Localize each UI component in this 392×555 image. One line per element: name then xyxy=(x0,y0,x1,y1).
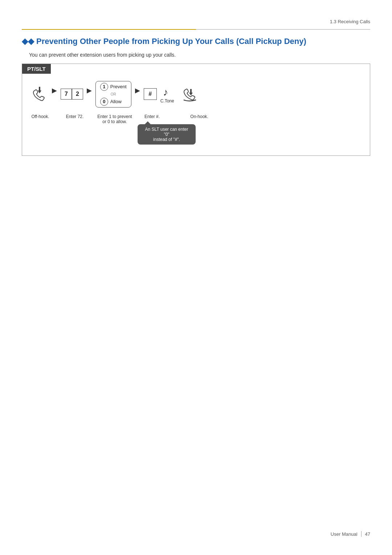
ctone-icon: ♪ xyxy=(161,85,174,98)
step-option: 1 Prevent OR 0 Allow xyxy=(95,81,131,108)
option-group: 1 Prevent OR 0 Allow xyxy=(95,81,131,108)
ctone-label: C.Tone xyxy=(160,98,174,104)
step-onhook xyxy=(181,85,200,104)
option-1-row: 1 Prevent xyxy=(100,83,127,91)
label-onhook: On-hook. xyxy=(188,114,210,119)
section-header: 1.3 Receiving Calls xyxy=(330,19,370,24)
title-text: Preventing Other People from Picking Up … xyxy=(34,37,306,46)
hash-key: # xyxy=(144,88,157,100)
page-title: ◆◆ Preventing Other People from Picking … xyxy=(22,36,370,47)
label-option: Enter 1 to preventor 0 to allow. xyxy=(95,114,135,124)
offhook-icon xyxy=(29,85,48,104)
arrow-2: ▶ xyxy=(87,86,92,94)
label-offhook: Off-hook. xyxy=(29,114,51,119)
footer-divider xyxy=(361,531,362,537)
tooltip-text: An SLT user can enter "0"instead of "#". xyxy=(145,127,188,142)
label-hash: Enter #. An SLT user can enter "0"instea… xyxy=(141,114,163,145)
or-label: OR xyxy=(100,92,127,96)
tooltip-bubble: An SLT user can enter "0"instead of "#". xyxy=(138,124,196,145)
top-rule xyxy=(22,29,370,30)
option-1-num: 1 xyxy=(100,83,108,91)
svg-marker-0 xyxy=(38,87,41,93)
option-0-row: 0 Allow xyxy=(100,98,122,106)
key-7: 7 xyxy=(61,89,72,100)
labels-row: Off-hook. Enter 72. Enter 1 to preventor… xyxy=(29,114,363,145)
section-label: 1.3 Receiving Calls xyxy=(330,19,370,24)
keypad-72: 7 2 xyxy=(61,89,83,100)
pt-slt-label: PT/SLT xyxy=(22,64,51,74)
procedure-content: ▶ 7 2 ▶ 1 Prevent xyxy=(22,74,370,155)
svg-marker-2 xyxy=(189,89,193,96)
footer-manual: User Manual xyxy=(331,531,358,537)
arrow-3: ▶ xyxy=(135,86,140,94)
step-offhook xyxy=(29,85,48,104)
footer-page: 47 xyxy=(365,531,370,537)
step-hash: # xyxy=(144,88,157,100)
page-footer: User Manual 47 xyxy=(331,531,370,537)
intro-text: You can prevent other extension users fr… xyxy=(29,52,370,58)
onhook-icon xyxy=(181,85,200,104)
option-1-text: Prevent xyxy=(110,84,127,89)
main-content: ◆◆ Preventing Other People from Picking … xyxy=(22,36,370,156)
ctone-group: ♪ C.Tone xyxy=(160,85,174,104)
option-0-num: 0 xyxy=(100,98,108,106)
diamond-icon: ◆◆ xyxy=(22,37,34,46)
steps-row: ▶ 7 2 ▶ 1 Prevent xyxy=(29,81,363,108)
svg-text:♪: ♪ xyxy=(163,86,168,98)
step-ctone: ♪ C.Tone xyxy=(160,85,174,104)
option-0-text: Allow xyxy=(110,99,122,104)
step-72: 7 2 xyxy=(61,89,83,100)
arrow-1: ▶ xyxy=(52,86,57,94)
procedure-box: PT/SLT ▶ xyxy=(22,64,370,156)
key-2: 2 xyxy=(72,89,83,100)
label-72: Enter 72. xyxy=(62,114,87,119)
